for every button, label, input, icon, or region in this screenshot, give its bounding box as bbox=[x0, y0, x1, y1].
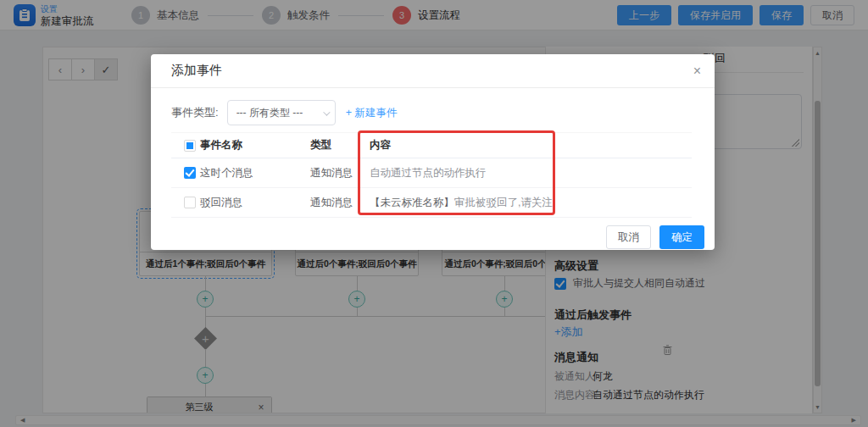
dialog-confirm-button[interactable]: 确定 bbox=[659, 225, 704, 249]
event-content: 【未云标准名称】审批被驳回了,请关注 bbox=[370, 196, 692, 210]
dialog-cancel-button[interactable]: 取消 bbox=[606, 225, 651, 249]
event-table: 事件名称 类型 内容 这时个消息 通知消息 自动通过节点的动作执行 驳回消息 通… bbox=[171, 132, 692, 218]
chevron-down-icon bbox=[323, 108, 330, 115]
event-type-label: 事件类型: bbox=[171, 105, 219, 120]
select-all-checkbox[interactable] bbox=[184, 140, 196, 152]
event-content: 自动通过节点的动作执行 bbox=[370, 166, 692, 180]
new-event-link[interactable]: + 新建事件 bbox=[346, 106, 398, 120]
close-icon[interactable]: × bbox=[693, 64, 701, 79]
table-row[interactable]: 驳回消息 通知消息 【未云标准名称】审批被驳回了,请关注 bbox=[171, 188, 692, 218]
dialog-title: 添加事件 bbox=[171, 63, 693, 79]
event-name: 驳回消息 bbox=[200, 196, 310, 210]
column-header-content: 内容 bbox=[370, 138, 692, 152]
add-event-dialog: 添加事件 × 事件类型: --- 所有类型 --- + 新建事件 事件名称 类型… bbox=[151, 54, 715, 250]
table-row[interactable]: 这时个消息 通知消息 自动通过节点的动作执行 bbox=[171, 158, 692, 188]
event-type-row: 事件类型: --- 所有类型 --- + 新建事件 bbox=[171, 100, 397, 125]
dialog-footer: 取消 确定 bbox=[606, 225, 704, 249]
column-header-name: 事件名称 bbox=[200, 138, 310, 152]
event-name: 这时个消息 bbox=[200, 166, 310, 180]
dialog-header: 添加事件 × bbox=[151, 54, 715, 88]
table-header-row: 事件名称 类型 内容 bbox=[171, 132, 692, 158]
event-type-value: --- 所有类型 --- bbox=[236, 106, 303, 120]
event-type-select[interactable]: --- 所有类型 --- bbox=[227, 100, 336, 125]
row-checkbox-unchecked[interactable] bbox=[184, 197, 196, 208]
event-content-prefix: 【未云标准名称】 bbox=[370, 197, 454, 208]
event-type: 通知消息 bbox=[310, 166, 370, 180]
event-type: 通知消息 bbox=[310, 196, 370, 210]
row-checkbox-checked[interactable] bbox=[184, 167, 196, 179]
column-header-type: 类型 bbox=[310, 138, 370, 152]
